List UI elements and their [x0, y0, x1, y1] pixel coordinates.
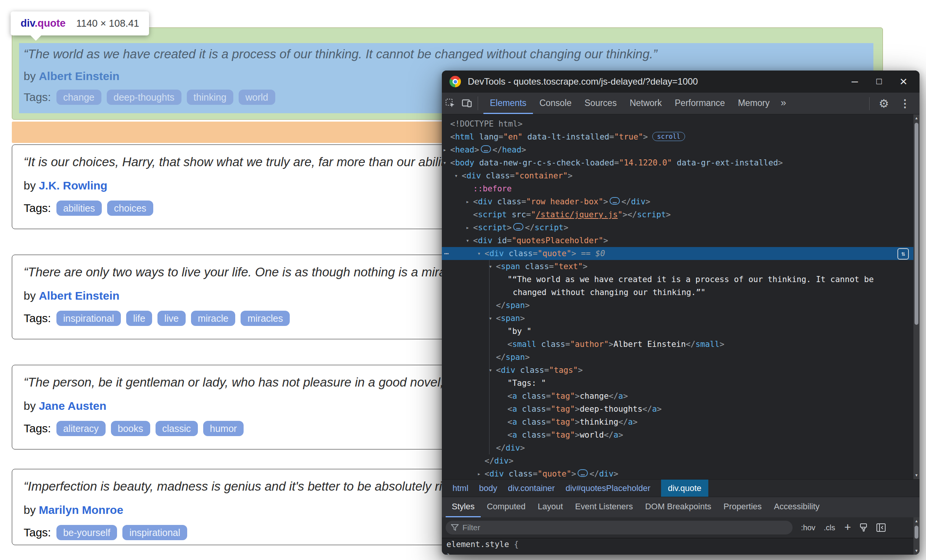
dom-tree-row[interactable]: <a class="tag">world</a>: [442, 428, 920, 441]
toggle-classes-button[interactable]: .cls: [824, 523, 835, 532]
dom-tree-row[interactable]: changed without changing our thinking.”": [442, 286, 920, 299]
tag-pill[interactable]: humor: [203, 421, 244, 436]
dom-tree-row[interactable]: ::before: [442, 182, 920, 195]
expand-arrow-right-icon[interactable]: ▸: [466, 221, 469, 234]
dom-tree-row[interactable]: ▸<script>…</script>: [442, 221, 920, 234]
styles-filter-input[interactable]: Filter: [446, 521, 793, 534]
expand-arrow-right-icon[interactable]: ▸: [466, 195, 469, 208]
element-style-rule[interactable]: element.style {: [442, 538, 913, 551]
maximize-button[interactable]: □: [867, 71, 891, 93]
dom-tree-row[interactable]: "by ": [442, 325, 920, 338]
expand-ellipsis-button[interactable]: …: [481, 145, 491, 153]
dom-tree-row[interactable]: ▾<body data-new-gr-c-s-check-loaded="14.…: [442, 156, 920, 169]
inspect-element-icon[interactable]: [442, 93, 459, 114]
tag-pill[interactable]: be-yourself: [56, 525, 117, 540]
tag-pill[interactable]: thinking: [187, 90, 233, 105]
tab-event-listeners[interactable]: Event Listeners: [569, 497, 639, 517]
dom-tree-row[interactable]: ▸<head>…</head>: [442, 143, 920, 156]
rendering-brush-icon[interactable]: [859, 523, 868, 532]
expand-arrow-right-icon[interactable]: ▸: [477, 467, 481, 480]
dom-tree-row[interactable]: <a class="tag">deep-thoughts</a>: [442, 403, 920, 416]
new-style-rule-button[interactable]: +: [844, 521, 851, 534]
minimize-button[interactable]: –: [843, 71, 867, 93]
toggle-sidebar-icon[interactable]: [876, 523, 886, 532]
tab-layout[interactable]: Layout: [531, 497, 569, 517]
dom-tree-row[interactable]: ▾<div class="container">: [442, 169, 920, 182]
tag-pill[interactable]: deep-thoughts: [107, 90, 181, 105]
tag-pill[interactable]: miracles: [241, 311, 290, 326]
tab-sources[interactable]: Sources: [578, 93, 623, 114]
scrollbar-thumb[interactable]: [915, 123, 918, 325]
tag-pill[interactable]: abilities: [56, 201, 102, 216]
scrollbar-thumb[interactable]: [915, 526, 918, 539]
dom-tree-row[interactable]: ▾<span class="text">: [442, 260, 920, 273]
dom-tree-row[interactable]: ▾<div class="tags">: [442, 364, 920, 377]
tag-pill[interactable]: inspirational: [122, 525, 187, 540]
scroll-down-icon[interactable]: ▼: [913, 472, 920, 478]
tab-dom-breakpoints[interactable]: DOM Breakpoints: [639, 497, 717, 517]
dom-tree-row[interactable]: "“The world as we have created it is a p…: [442, 273, 920, 286]
dom-tree-row[interactable]: </span>: [442, 299, 920, 312]
tag-pill[interactable]: inspirational: [56, 311, 121, 326]
dom-tree-row[interactable]: </div>: [442, 441, 920, 454]
expand-arrow-down-icon[interactable]: ▾: [489, 260, 492, 273]
tab-accessibility[interactable]: Accessibility: [768, 497, 826, 517]
dom-tree-row[interactable]: </div>: [442, 454, 920, 467]
tab-network[interactable]: Network: [623, 93, 668, 114]
tag-pill[interactable]: miracle: [191, 311, 236, 326]
dom-tree-row[interactable]: <a class="tag">thinking</a>: [442, 416, 920, 428]
author-link[interactable]: Albert Einstein: [39, 289, 120, 302]
author-link[interactable]: Albert Einstein: [39, 70, 120, 82]
expand-arrow-down-icon[interactable]: ▾: [477, 247, 481, 260]
expand-arrow-down-icon[interactable]: ▾: [466, 234, 469, 247]
dom-tree-row[interactable]: <!DOCTYPE html>: [442, 117, 920, 130]
expand-arrow-down-icon[interactable]: ▾: [489, 312, 492, 325]
dom-tree-row[interactable]: ▸<div class="quote">…</div>: [442, 467, 920, 480]
dom-tree-row[interactable]: <a class="tag">change</a>: [442, 390, 920, 403]
dom-tree-row[interactable]: ⋯▾<div class="quote"> == $0⇅: [442, 247, 920, 260]
tab-computed[interactable]: Computed: [481, 497, 532, 517]
expand-ellipsis-button[interactable]: …: [578, 469, 588, 477]
expand-arrow-right-icon[interactable]: ▸: [443, 143, 446, 156]
tab-properties[interactable]: Properties: [717, 497, 768, 517]
dom-tree-row[interactable]: ▾<div id="quotesPlaceholder">: [442, 234, 920, 247]
more-tabs-chevron[interactable]: »: [776, 93, 791, 114]
tag-pill[interactable]: aliteracy: [56, 421, 106, 436]
row-actions-dots-icon[interactable]: ⋯: [444, 247, 449, 260]
dom-tree-row[interactable]: </span>: [442, 351, 920, 364]
device-toolbar-icon[interactable]: [459, 93, 475, 114]
expand-ellipsis-button[interactable]: …: [513, 223, 523, 231]
scroll-up-icon[interactable]: ▲: [913, 518, 920, 524]
dom-tree-row[interactable]: <small class="author">Albert Einstein</s…: [442, 338, 920, 351]
breadcrumb-item[interactable]: div#quotesPlaceholder: [565, 480, 650, 497]
toggle-hover-state-button[interactable]: :hov: [801, 523, 815, 532]
tag-pill[interactable]: live: [157, 311, 186, 326]
tab-memory[interactable]: Memory: [732, 93, 776, 114]
expand-ellipsis-button[interactable]: …: [610, 197, 620, 205]
tag-pill[interactable]: books: [111, 421, 150, 436]
dom-tree-row[interactable]: <script src="/static/jquery.js"></script…: [442, 208, 920, 221]
breadcrumb-item[interactable]: div.container: [508, 480, 555, 497]
settings-gear-icon[interactable]: ⚙: [873, 97, 895, 110]
tab-performance[interactable]: Performance: [668, 93, 732, 114]
tab-elements[interactable]: Elements: [483, 93, 533, 114]
tag-pill[interactable]: life: [126, 311, 152, 326]
dom-tree-row[interactable]: "Tags: ": [442, 377, 920, 390]
expand-arrow-down-icon[interactable]: ▾: [443, 156, 446, 169]
expand-arrow-down-icon[interactable]: ▾: [489, 364, 492, 377]
kebab-menu-icon[interactable]: ⋮: [895, 97, 915, 110]
author-link[interactable]: Marilyn Monroe: [39, 504, 124, 516]
expand-arrow-down-icon[interactable]: ▾: [454, 169, 458, 182]
dom-tree-row[interactable]: ▾<span>: [442, 312, 920, 325]
scroll-into-view-icon[interactable]: ⇅: [897, 248, 909, 260]
tag-pill[interactable]: world: [239, 90, 275, 105]
author-link[interactable]: J.K. Rowling: [39, 179, 108, 192]
dom-tree-row[interactable]: <html lang="en" data-lt-installed="true"…: [442, 130, 920, 143]
tag-pill[interactable]: choices: [107, 201, 153, 216]
styles-pane-scrollbar[interactable]: ▲ ▼: [913, 517, 920, 555]
tab-styles[interactable]: Styles: [446, 497, 481, 517]
tag-pill[interactable]: classic: [156, 421, 198, 436]
close-button[interactable]: ×: [891, 71, 916, 93]
dom-tree-scrollbar[interactable]: ▲ ▼: [913, 114, 920, 479]
scroll-up-icon[interactable]: ▲: [913, 115, 920, 121]
